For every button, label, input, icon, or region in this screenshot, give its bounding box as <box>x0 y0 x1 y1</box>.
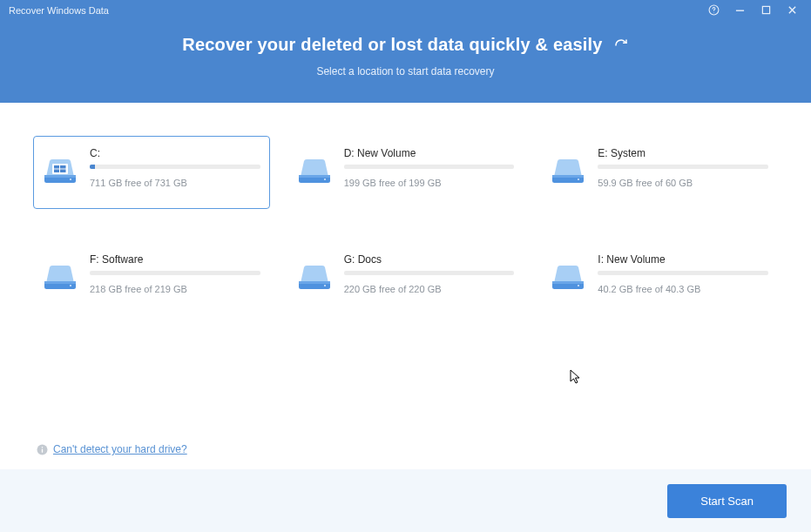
maximize-icon[interactable] <box>754 0 778 19</box>
svg-rect-2 <box>735 10 743 10</box>
drive-body: G: Docs 220 GB free of 220 GB <box>344 253 515 294</box>
subtitle: Select a location to start data recovery <box>0 65 811 77</box>
svg-point-20 <box>70 285 71 286</box>
drive-name: C: <box>90 147 260 159</box>
drive-free-label: 218 GB free of 219 GB <box>90 284 260 294</box>
window-controls <box>701 0 804 19</box>
headline-row: Recover your deleted or lost data quickl… <box>0 35 811 55</box>
detect-row: Can't detect your hard drive? <box>37 443 187 455</box>
app-title: Recover Windows Data <box>7 3 701 16</box>
svg-point-14 <box>324 178 326 180</box>
svg-rect-16 <box>552 175 584 178</box>
drive-body: D: New Volume 199 GB free of 199 GB <box>344 147 515 188</box>
svg-rect-25 <box>552 281 584 284</box>
drive-name: G: Docs <box>344 253 515 266</box>
svg-rect-13 <box>299 175 330 178</box>
content: C: 711 GB free of 731 GB D: New Volume 1… <box>0 103 811 315</box>
svg-rect-7 <box>52 164 68 174</box>
drive-card[interactable]: E: System 59.9 GB free of 60 GB <box>541 136 778 209</box>
svg-rect-3 <box>762 6 769 13</box>
detect-hard-drive-link[interactable]: Can't detect your hard drive? <box>53 443 187 455</box>
drive-body: E: System 59.9 GB free of 60 GB <box>598 147 768 188</box>
close-icon[interactable] <box>780 0 804 19</box>
footer: Start Scan <box>0 469 811 532</box>
drive-free-label: 59.9 GB free of 60 GB <box>598 178 768 188</box>
drive-icon <box>551 257 585 292</box>
drive-icon <box>297 151 332 185</box>
drive-usage-bar <box>344 271 515 275</box>
svg-rect-8 <box>54 165 59 169</box>
drive-card[interactable]: G: Docs 220 GB free of 220 GB <box>287 242 524 315</box>
svg-point-1 <box>713 11 714 12</box>
drive-icon <box>43 151 78 185</box>
drive-name: F: Software <box>90 253 260 266</box>
cursor-icon <box>570 369 582 385</box>
drive-usage-bar <box>90 271 260 275</box>
drive-body: I: New Volume 40.2 GB free of 40.3 GB <box>598 253 768 294</box>
svg-rect-9 <box>60 165 66 169</box>
drive-usage-bar <box>344 165 515 169</box>
drive-name: I: New Volume <box>598 253 768 266</box>
svg-rect-11 <box>60 170 66 173</box>
drive-card[interactable]: C: 711 GB free of 731 GB <box>33 136 270 209</box>
drive-free-label: 199 GB free of 199 GB <box>344 178 515 188</box>
svg-point-26 <box>578 285 579 286</box>
drive-usage-bar <box>90 165 260 169</box>
svg-rect-28 <box>42 448 43 452</box>
drive-free-label: 711 GB free of 731 GB <box>90 178 260 188</box>
drive-icon <box>43 257 78 292</box>
help-icon[interactable] <box>701 0 726 19</box>
start-scan-button[interactable]: Start Scan <box>667 484 787 518</box>
svg-rect-22 <box>299 281 330 284</box>
header: Recover Windows Data Recover your delete… <box>0 0 811 103</box>
drive-card[interactable]: I: New Volume 40.2 GB free of 40.3 GB <box>541 242 778 315</box>
svg-point-23 <box>324 285 326 286</box>
refresh-icon[interactable] <box>613 37 629 53</box>
drive-card[interactable]: F: Software 218 GB free of 219 GB <box>33 242 270 315</box>
drive-icon <box>551 151 585 185</box>
info-icon <box>37 444 48 455</box>
drive-free-label: 220 GB free of 220 GB <box>344 284 515 294</box>
minimize-icon[interactable] <box>727 0 752 19</box>
drive-name: D: New Volume <box>344 147 515 159</box>
drive-icon <box>297 257 332 292</box>
svg-rect-10 <box>54 170 59 173</box>
drive-grid: C: 711 GB free of 731 GB D: New Volume 1… <box>33 136 778 315</box>
drive-body: C: 711 GB free of 731 GB <box>90 147 260 188</box>
drive-usage-bar <box>598 271 768 275</box>
svg-point-29 <box>42 447 44 448</box>
drive-free-label: 40.2 GB free of 40.3 GB <box>598 284 768 294</box>
drive-usage-bar <box>598 165 768 169</box>
svg-rect-5 <box>44 175 76 178</box>
svg-point-17 <box>578 178 579 180</box>
drive-name: E: System <box>598 147 768 159</box>
svg-point-6 <box>70 178 71 180</box>
headline: Recover your deleted or lost data quickl… <box>182 35 602 55</box>
svg-rect-19 <box>44 281 76 284</box>
drive-card[interactable]: D: New Volume 199 GB free of 199 GB <box>287 136 524 209</box>
titlebar: Recover Windows Data <box>0 0 811 19</box>
drive-body: F: Software 218 GB free of 219 GB <box>90 253 260 294</box>
